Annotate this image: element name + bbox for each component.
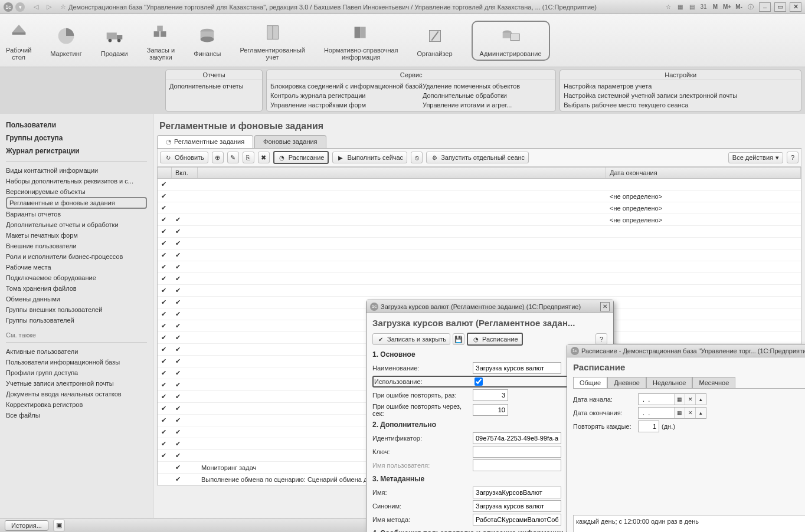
- close-button[interactable]: ✕: [790, 2, 801, 12]
- table-row[interactable]: ✔✔: [158, 273, 801, 285]
- tool-desktop[interactable]: Рабочий стол: [6, 21, 31, 61]
- run-now-button[interactable]: ▶Выполнить сейчас: [332, 152, 407, 163]
- sidebar-item-5[interactable]: Дополнительные отчеты и обработки: [6, 219, 147, 230]
- sidebar-item-2[interactable]: Версионируемые объекты: [6, 186, 147, 197]
- link-extra-processing[interactable]: Дополнительные обработки: [423, 91, 552, 100]
- spinner-icon[interactable]: ▴: [695, 394, 706, 405]
- input-name[interactable]: [473, 362, 561, 374]
- see-also-3[interactable]: Учетные записи электронной почты: [6, 378, 147, 389]
- input-user[interactable]: [473, 459, 561, 471]
- help-icon[interactable]: ⓘ: [746, 3, 755, 11]
- stop-button[interactable]: ⦸: [411, 152, 423, 163]
- tool-marketing[interactable]: Маркетинг: [50, 24, 81, 57]
- see-also-5[interactable]: Корректировка регистров: [6, 399, 147, 410]
- table-row[interactable]: ✔<не определено>: [158, 191, 801, 202]
- mem-m[interactable]: M: [711, 3, 720, 11]
- see-also-1[interactable]: Пользователи информационной базы: [6, 357, 147, 367]
- sidebar-item-scheduled-jobs[interactable]: Регламентные и фоновые задания: [6, 197, 147, 209]
- see-also-6[interactable]: Все файлы: [6, 410, 147, 421]
- link-workplace[interactable]: Выбрать рабочее место текущего сеанса: [564, 100, 797, 110]
- tool-organizer[interactable]: Органайзер: [417, 24, 453, 57]
- minimize-button[interactable]: –: [759, 2, 771, 12]
- schedule-dialog[interactable]: 1c Расписание - Демонстрационная база "У…: [567, 344, 805, 532]
- mem-mplus[interactable]: M+: [722, 3, 732, 11]
- clear-icon[interactable]: ✕: [685, 408, 695, 418]
- table-row[interactable]: ✔<не определено>: [158, 202, 801, 214]
- checkbox-use[interactable]: [475, 377, 483, 386]
- input-retry[interactable]: [473, 389, 508, 401]
- tab-weekly[interactable]: Недельное: [646, 377, 692, 388]
- link-journal[interactable]: Контроль журнала регистрации: [270, 91, 423, 100]
- panel-toggle-button[interactable]: ▣: [53, 520, 65, 531]
- sidebar-item-8[interactable]: Роли и исполнители бизнес-процессов: [6, 251, 147, 262]
- tab-common[interactable]: Общие: [573, 377, 607, 388]
- link-delete-marked[interactable]: Удаление помеченных объектов: [423, 81, 552, 91]
- table-row[interactable]: ✔✔: [158, 226, 801, 238]
- delete-button[interactable]: ✖: [258, 152, 270, 163]
- table-row[interactable]: ✔✔: [158, 285, 801, 297]
- sidebar-item-6[interactable]: Макеты печатных форм: [6, 230, 147, 241]
- sidebar-item-12[interactable]: Обмены данными: [6, 294, 147, 304]
- add-button[interactable]: ⊕: [212, 152, 224, 163]
- table-row[interactable]: ✔✔: [158, 238, 801, 249]
- sidebar-item-13[interactable]: Группы внешних пользователей: [6, 304, 147, 315]
- sidebar-item-4[interactable]: Варианты отчетов: [6, 209, 147, 219]
- star-icon[interactable]: ☆: [58, 2, 68, 12]
- schedule-button[interactable]: ◔Расписание: [273, 151, 329, 164]
- dlg-help-button[interactable]: ?: [595, 333, 607, 345]
- copy-button[interactable]: ⎘: [243, 152, 254, 163]
- input-method[interactable]: [473, 514, 561, 526]
- sidebar-item-1[interactable]: Наборы дополнительных реквизитов и с...: [6, 176, 147, 186]
- save-button[interactable]: 💾: [453, 333, 464, 345]
- tool-admin[interactable]: Администрирование: [472, 21, 550, 61]
- see-also-2[interactable]: Профили групп доступа: [6, 367, 147, 378]
- tool-sales[interactable]: Продажи: [101, 24, 128, 57]
- input-id[interactable]: [473, 432, 561, 444]
- calendar-icon[interactable]: ▦: [674, 394, 685, 405]
- link-block-conn[interactable]: Блокировка соединений с информационной б…: [270, 81, 423, 91]
- clear-icon[interactable]: ✕: [685, 394, 695, 405]
- help-button[interactable]: ?: [787, 152, 799, 163]
- tool-reference[interactable]: Нормативно-справочная информация: [324, 21, 398, 61]
- sidebar-item-14[interactable]: Группы пользователей: [6, 315, 147, 326]
- calendar-icon[interactable]: ▦: [674, 408, 685, 418]
- mem-mminus[interactable]: M-: [734, 3, 744, 11]
- input-end-date[interactable]: ▦✕▴: [638, 407, 706, 419]
- link-params[interactable]: Настройка параметров учета: [564, 81, 797, 91]
- nav-back-icon[interactable]: ◁: [31, 2, 41, 12]
- table-row[interactable]: ✔: [158, 179, 801, 191]
- tool-regulated[interactable]: Регламентированный учет: [240, 21, 305, 61]
- sidebar-journal[interactable]: Журнал регистрации: [6, 145, 147, 157]
- table-row[interactable]: ✔✔<не определено>: [158, 214, 801, 226]
- history-button[interactable]: История...: [5, 520, 48, 531]
- link-totals[interactable]: Управление итогами и агрег...: [423, 100, 552, 110]
- save-close-button[interactable]: ✔Записать и закрыть: [372, 333, 450, 345]
- spinner-icon[interactable]: ▴: [695, 408, 706, 418]
- sidebar-users[interactable]: Пользователи: [6, 119, 147, 132]
- edit-button[interactable]: ✎: [227, 152, 239, 163]
- sidebar-item-9[interactable]: Рабочие места: [6, 262, 147, 272]
- sidebar-item-0[interactable]: Виды контактной информации: [6, 165, 147, 176]
- input-retry-sec[interactable]: [473, 404, 508, 416]
- sidebar-item-11[interactable]: Тома хранения файлов: [6, 283, 147, 294]
- input-repeat[interactable]: [638, 421, 659, 432]
- close-icon[interactable]: ✕: [600, 302, 610, 311]
- calc-icon[interactable]: ▤: [687, 3, 696, 11]
- tab-scheduled[interactable]: ◔Регламентные задания: [157, 135, 253, 148]
- see-also-4[interactable]: Документы ввода начальных остатков: [6, 389, 147, 399]
- tool-stock[interactable]: Запасы и закупки: [147, 21, 175, 61]
- refresh-button[interactable]: ↻Обновить: [160, 152, 208, 163]
- sidebar-item-7[interactable]: Внешние пользователи: [6, 241, 147, 251]
- table-row[interactable]: ✔✔: [158, 261, 801, 273]
- panel-icon[interactable]: ▦: [675, 3, 685, 11]
- input-mname[interactable]: [473, 487, 561, 498]
- run-separate-button[interactable]: ⚙Запустить отдельный сеанс: [426, 152, 529, 163]
- calendar-icon[interactable]: 31: [699, 3, 708, 11]
- see-also-0[interactable]: Активные пользователи: [6, 346, 147, 357]
- tab-monthly[interactable]: Месячное: [692, 377, 735, 388]
- input-key[interactable]: [473, 446, 561, 458]
- input-syn[interactable]: [473, 500, 561, 512]
- dlg-schedule-button[interactable]: ◔Расписание: [467, 333, 523, 346]
- tab-daily[interactable]: Дневное: [607, 377, 646, 388]
- tab-background[interactable]: Фоновые задания: [254, 135, 326, 148]
